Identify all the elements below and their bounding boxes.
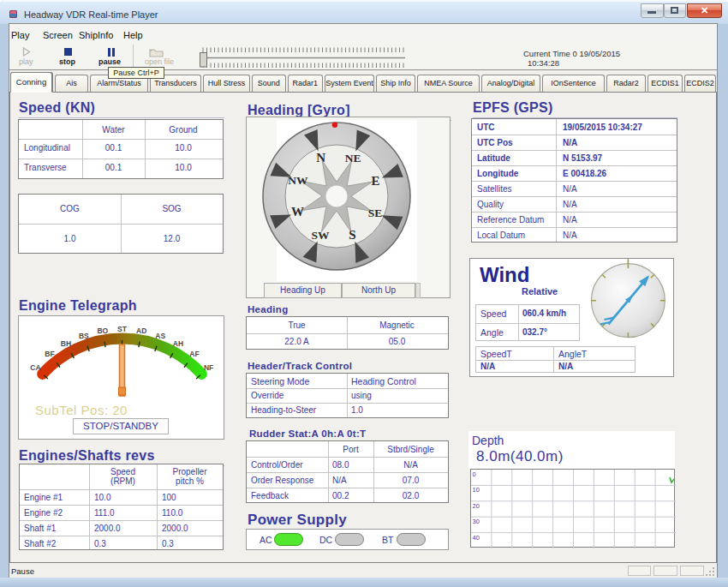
- svg-text:AD: AD: [136, 326, 146, 335]
- svg-text:20: 20: [473, 502, 480, 510]
- svg-text:N: N: [316, 151, 325, 165]
- svg-text:BH: BH: [61, 339, 71, 348]
- svg-text:40: 40: [473, 534, 480, 542]
- svg-text:AF: AF: [189, 350, 199, 358]
- svg-text:NF: NF: [204, 363, 213, 372]
- svg-text:E: E: [371, 174, 379, 188]
- svg-text:BS: BS: [79, 332, 89, 340]
- svg-text:ST: ST: [117, 325, 128, 333]
- svg-text:W: W: [291, 205, 304, 219]
- svg-text:CA: CA: [30, 363, 40, 372]
- svg-text:SE: SE: [368, 207, 383, 219]
- svg-text:10: 10: [473, 486, 480, 494]
- svg-text:SW: SW: [311, 229, 330, 242]
- svg-text:NE: NE: [345, 152, 361, 165]
- svg-text:30: 30: [473, 518, 480, 525]
- svg-text:BO: BO: [97, 326, 108, 335]
- svg-text:0: 0: [473, 470, 476, 478]
- svg-text:AH: AH: [173, 339, 183, 348]
- svg-text:S: S: [349, 228, 355, 242]
- svg-text:AS: AS: [155, 332, 165, 340]
- svg-text:BF: BF: [45, 350, 54, 358]
- svg-text:NW: NW: [288, 174, 308, 187]
